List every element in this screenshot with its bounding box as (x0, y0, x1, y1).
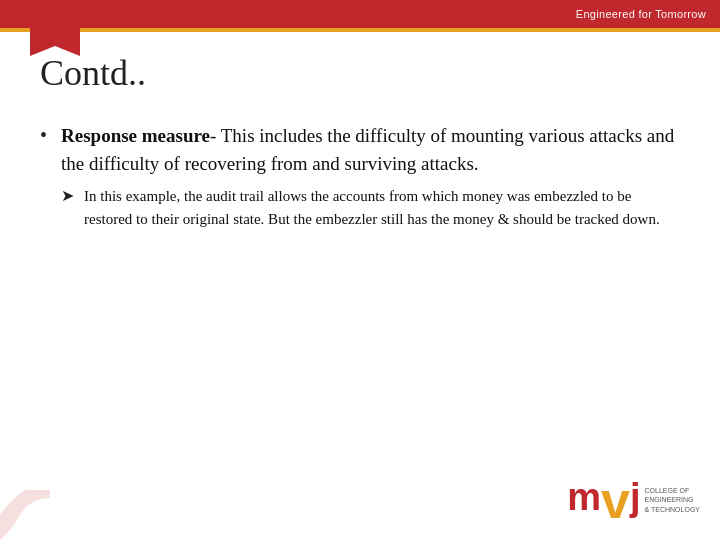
top-left-wave (0, 0, 130, 28)
mvj-initials: mvj (567, 474, 640, 526)
sub-bullet-text-1: In this example, the audit trail allows … (84, 185, 680, 230)
letter-m: m (567, 476, 601, 518)
bullet-content-1: Response measure- This includes the diff… (61, 122, 680, 236)
college-name-block: COLLEGE OF ENGINEERING & TECHNOLOGY (645, 486, 701, 513)
bullet-item-1: • Response measure- This includes the di… (40, 122, 680, 236)
sub-bullet-item-1: ➤ In this example, the audit trail allow… (61, 185, 680, 230)
letter-j: j (630, 476, 641, 518)
gold-divider (0, 28, 720, 32)
sub-bullet-list-1: ➤ In this example, the audit trail allow… (61, 185, 680, 230)
bullet-label-1: Response measure (61, 125, 210, 146)
college-line2: ENGINEERING (645, 495, 701, 504)
slide-content: Contd.. • Response measure- This include… (40, 52, 680, 460)
bullet-text-1: Response measure- This includes the diff… (61, 125, 674, 174)
letter-v: v (601, 471, 630, 529)
slide-title: Contd.. (40, 52, 680, 94)
sub-arrow-icon-1: ➤ (61, 186, 74, 205)
college-line1: COLLEGE OF (645, 486, 701, 495)
bookmark-shape (30, 28, 80, 56)
bottom-logo: mvj COLLEGE OF ENGINEERING & TECHNOLOGY (567, 474, 700, 526)
bullet-separator-1: - (210, 125, 221, 146)
mvj-logo-mark: mvj COLLEGE OF ENGINEERING & TECHNOLOGY (567, 474, 700, 526)
bottom-left-shape (0, 490, 50, 540)
top-bar: Engineered for Tomorrow (0, 0, 720, 28)
brand-tagline: Engineered for Tomorrow (576, 8, 706, 20)
college-line3: & TECHNOLOGY (645, 505, 701, 514)
bullet-dot-1: • (40, 124, 47, 147)
main-bullet-list: • Response measure- This includes the di… (40, 122, 680, 236)
